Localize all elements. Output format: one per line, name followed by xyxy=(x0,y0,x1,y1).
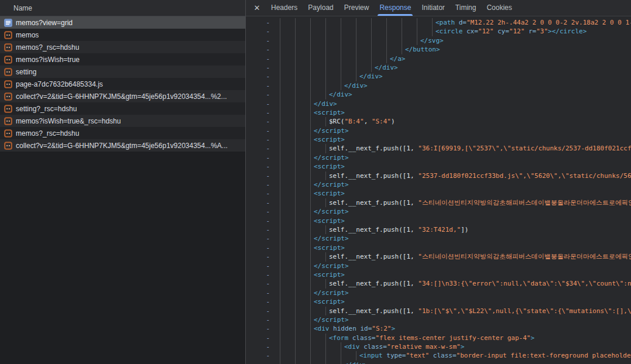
code-line: -<div class="relative max-w-sm"> xyxy=(246,342,631,351)
tab-headers[interactable]: Headers xyxy=(266,0,303,16)
request-row[interactable]: memos?_rsc=hdshu xyxy=(0,127,245,139)
line-gutter-mark: - xyxy=(246,279,280,288)
tab-initiator[interactable]: Initiator xyxy=(416,0,450,16)
indent-guides xyxy=(280,289,311,297)
code-text: self.__next_f.push([1, "36:I[69919,[\"25… xyxy=(329,144,631,153)
request-name: collect?v=2&tid=G-6HHNP7KJM5&gtm=45je56p… xyxy=(16,92,227,101)
code-line: -<script> xyxy=(246,162,631,171)
line-gutter-mark: - xyxy=(246,135,280,144)
line-gutter-mark: - xyxy=(246,54,280,63)
request-row[interactable]: memos?_rsc=hdshu xyxy=(0,41,245,53)
request-row[interactable]: memos?isWish=true xyxy=(0,53,245,66)
indent-guides xyxy=(280,297,311,306)
code-text: </div> xyxy=(329,90,352,99)
code-text: self.__next_f.push([1, "34:[]\n33:{\"err… xyxy=(329,279,631,288)
code-line: -</div> xyxy=(246,360,631,364)
request-row[interactable]: setting xyxy=(0,66,245,78)
request-row[interactable]: memos?view=grid xyxy=(0,16,245,29)
code-line: -<form class="flex items-center justify-… xyxy=(246,334,631,342)
close-icon[interactable]: ✕ xyxy=(248,0,266,16)
code-line: -<input type="text" class="border-input … xyxy=(246,351,631,360)
code-text: $RC("B:4", "S:4") xyxy=(329,117,395,126)
request-row[interactable]: page-a7dc7632b6485334.js xyxy=(0,78,245,90)
code-text: </button> xyxy=(405,45,440,54)
code-line: -<script> xyxy=(246,189,631,198)
code-line: -<script> xyxy=(246,135,631,144)
name-column-header[interactable]: Name xyxy=(0,0,245,16)
line-gutter-mark: - xyxy=(246,27,280,36)
tab-timing[interactable]: Timing xyxy=(450,0,482,16)
code-text: </script> xyxy=(314,207,349,216)
tab-preview[interactable]: Preview xyxy=(339,0,375,16)
code-line: -</a> xyxy=(246,54,631,63)
line-gutter-mark: - xyxy=(246,90,280,99)
indent-guides xyxy=(280,45,402,54)
code-line: -self.__next_f.push([1, "34:[]\n33:{\"er… xyxy=(246,279,631,288)
code-line: -self.__next_f.push([1, "스티네이션빈티지약방의감초해피… xyxy=(246,252,631,261)
code-line: -</script> xyxy=(246,234,631,243)
indent-guides xyxy=(280,270,311,279)
document-icon xyxy=(4,19,12,27)
request-row[interactable]: memos?isWish=true&_rsc=hdshu xyxy=(0,115,245,127)
code-text: self.__next_f.push([1, "32:T421d,"]) xyxy=(329,225,468,234)
line-gutter-mark: - xyxy=(246,180,280,189)
indent-guides xyxy=(280,36,417,45)
code-line: -</div> xyxy=(246,72,631,81)
line-gutter-mark: - xyxy=(246,234,280,243)
indent-guides xyxy=(280,351,356,360)
line-gutter-mark: - xyxy=(246,153,280,162)
detail-tabs: HeadersPayloadPreviewResponseInitiatorTi… xyxy=(266,0,517,16)
code-text: <script> xyxy=(314,135,345,144)
request-row[interactable]: collect?v=2&tid=G-6HHNP7KJM5&gtm=45je56p… xyxy=(0,90,245,102)
code-line: -</script> xyxy=(246,126,631,135)
fetch-icon xyxy=(4,105,12,113)
indent-guides xyxy=(280,171,326,180)
tab-response[interactable]: Response xyxy=(374,0,416,16)
code-text: </script> xyxy=(314,234,349,243)
code-line: -</script> xyxy=(246,315,631,324)
code-line: -self.__next_f.push([1, "32:T421d,"]) xyxy=(246,225,631,234)
request-row[interactable]: collect?v=2&tid=G-6HHNP7KJM5&gtm=45je56p… xyxy=(0,139,245,152)
line-gutter-mark: - xyxy=(246,189,280,198)
request-row[interactable]: memos xyxy=(0,29,245,41)
code-text: </script> xyxy=(314,315,349,324)
code-text: <circle cx="12" cy="12" r="3"></circle> xyxy=(435,27,587,36)
line-gutter-mark: - xyxy=(246,126,280,135)
line-gutter-mark: - xyxy=(246,315,280,324)
indent-guides xyxy=(280,180,311,189)
detail-tabbar: ✕ HeadersPayloadPreviewResponseInitiator… xyxy=(246,0,631,16)
code-line: -self.__next_f.push([1, "2537-dd180f021c… xyxy=(246,171,631,180)
code-text: <script> xyxy=(314,217,345,225)
line-gutter-mark: - xyxy=(246,63,280,72)
response-code-viewer[interactable]: -<path d="M12.22 2h-.44a2 2 0 0 0-2 2v.1… xyxy=(246,16,631,364)
request-row[interactable]: setting?_rsc=hdshu xyxy=(0,102,245,115)
request-name: collect?v=2&tid=G-6HHNP7KJM5&gtm=45je56p… xyxy=(16,142,228,150)
indent-guides xyxy=(280,225,326,234)
indent-guides xyxy=(280,307,326,315)
request-name: setting xyxy=(16,68,36,76)
indent-guides xyxy=(280,90,326,99)
code-text: </script> xyxy=(314,262,349,270)
line-gutter-mark: - xyxy=(246,289,280,297)
line-gutter-mark: - xyxy=(246,243,280,252)
tab-payload[interactable]: Payload xyxy=(303,0,338,16)
fetch-icon xyxy=(4,117,12,125)
indent-guides xyxy=(280,153,311,162)
indent-guides xyxy=(280,18,433,27)
line-gutter-mark: - xyxy=(246,297,280,306)
fetch-icon xyxy=(4,43,12,51)
code-text: <input type="text" class="border-input f… xyxy=(359,351,631,360)
code-text: </div> xyxy=(375,63,398,72)
line-gutter-mark: - xyxy=(246,351,280,360)
fetch-icon xyxy=(4,31,12,39)
code-text: </script> xyxy=(314,126,349,135)
fetch-icon xyxy=(4,129,12,138)
line-gutter-mark: - xyxy=(246,270,280,279)
indent-guides xyxy=(280,72,356,81)
code-line: -<script> xyxy=(246,108,631,117)
indent-guides xyxy=(280,162,311,171)
fetch-icon xyxy=(4,68,12,76)
tab-cookies[interactable]: Cookies xyxy=(481,0,517,16)
indent-guides xyxy=(280,99,311,108)
code-text: </script> xyxy=(314,153,349,162)
